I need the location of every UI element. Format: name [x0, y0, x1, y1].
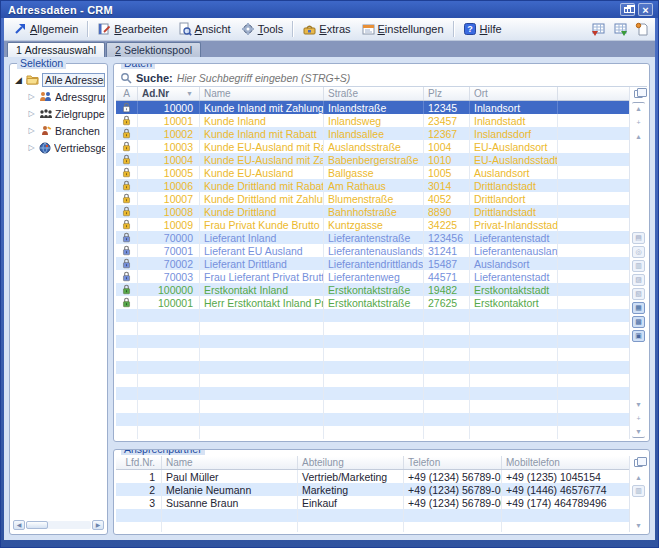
- collapsed-arrow-icon[interactable]: ▷: [27, 109, 36, 118]
- column-header-telefon[interactable]: Telefon: [404, 456, 502, 469]
- scroll-up-icon[interactable]: ▲: [632, 471, 645, 483]
- tab-selektionspool[interactable]: 2Selektionspool: [106, 42, 201, 57]
- collapsed-arrow-icon[interactable]: ▷: [27, 92, 36, 101]
- address-row[interactable]: 70001 Lieferant EU Ausland Lieferantenau…: [116, 244, 629, 257]
- contact-row[interactable]: 2 Melanie Neumann Marketing +49 (1234) 5…: [116, 483, 629, 496]
- new-document-icon[interactable]: [635, 22, 649, 37]
- address-row[interactable]: 10007 Kunde Drittland mit Zahlungskondit…: [116, 192, 629, 205]
- column-header-adnr[interactable]: Ad.Nr▼: [138, 87, 200, 100]
- address-row[interactable]: 10005 Kunde EU-Ausland Ballgasse 1005 Au…: [116, 166, 629, 179]
- menu-hilfe[interactable]: ? Hilfe: [458, 20, 507, 38]
- toolbar-separator: [87, 21, 88, 37]
- close-button[interactable]: ×: [638, 3, 653, 16]
- menu-tools[interactable]: Tools: [236, 20, 289, 38]
- address-row[interactable]: 10003 Kunde EU-Ausland mit Rabatt Auslan…: [116, 140, 629, 153]
- column-header-abteilung[interactable]: Abteilung: [298, 456, 404, 469]
- scroll-page-down-icon[interactable]: +: [632, 412, 645, 424]
- zoom-tool-icon[interactable]: ◎: [632, 246, 645, 258]
- collapsed-arrow-icon[interactable]: ▷: [27, 126, 36, 135]
- tree-item-zielgruppen[interactable]: ▷ Zielgruppen: [14, 105, 105, 122]
- address-row[interactable]: 100001 Herr Erstkontakt Inland Privat Er…: [116, 296, 629, 309]
- address-table: A Ad.Nr▼ Name Straße Plz Ort 10000: [116, 87, 630, 439]
- card-view-icon[interactable]: ▤: [632, 232, 645, 244]
- layout-icon-2[interactable]: ▨: [632, 274, 645, 286]
- selektion-panel-label: Selektion: [17, 57, 66, 69]
- column-header-lfdnr[interactable]: Lfd.Nr.: [116, 456, 162, 469]
- address-row[interactable]: 10008 Kunde Drittland Bahnhofstraße 8890…: [116, 205, 629, 218]
- address-row[interactable]: 10004 Kunde EU-Ausland mit Zahlungskondt…: [116, 153, 629, 166]
- empty-row: [116, 335, 629, 348]
- menu-einstellungen[interactable]: Einstellungen: [356, 20, 449, 38]
- card-view-icon[interactable]: ▥: [632, 485, 645, 497]
- svg-text:?: ?: [467, 24, 473, 34]
- menu-bearbeiten[interactable]: Bearbeiten: [92, 20, 172, 38]
- ansprechpartner-panel-label: Ansprechpartner: [121, 449, 205, 455]
- column-header-name[interactable]: Name: [200, 87, 324, 100]
- sort-descending-icon: ▼: [186, 90, 193, 97]
- scroll-right-icon[interactable]: ▶: [92, 520, 104, 530]
- address-row[interactable]: 10002 Kunde Inland mit Rabatt Inlandsall…: [116, 127, 629, 140]
- address-row[interactable]: 70000 Lieferant Inland Lieferantenstraße…: [116, 231, 629, 244]
- import-grid-icon[interactable]: [613, 22, 629, 37]
- tree-item-alle-adressen[interactable]: ◢ Alle Adressen: [14, 71, 105, 88]
- scroll-up-icon[interactable]: ▲: [632, 130, 645, 142]
- tabstrip: 1Adressauswahl 2Selektionspool: [4, 41, 655, 57]
- address-row[interactable]: 10006 Kunde Drittland mit Rabatt Am Rath…: [116, 179, 629, 192]
- empty-row: [116, 413, 629, 426]
- tree-item-branchen[interactable]: ▷ Branchen: [14, 122, 105, 139]
- grid-mode-icon-1[interactable]: ▦: [632, 302, 645, 314]
- menu-allgemein[interactable]: Allgemein: [8, 20, 83, 38]
- column-header-a[interactable]: A: [116, 87, 138, 100]
- search-input[interactable]: [177, 72, 643, 84]
- column-header-ort[interactable]: Ort: [470, 87, 558, 100]
- address-row[interactable]: 70002 Lieferant Drittland Lieferantendri…: [116, 257, 629, 270]
- scroll-to-bottom-icon[interactable]: ▼: [632, 426, 645, 438]
- grid-mode-icon-2[interactable]: ▩: [632, 316, 645, 328]
- layout-icon-3[interactable]: ▧: [632, 288, 645, 300]
- tree-item-vertriebsgebiete[interactable]: ▷ Vertriebsgebiete: [14, 139, 105, 156]
- export-grid-icon[interactable]: [591, 22, 607, 37]
- lock-icon: [122, 180, 131, 191]
- address-row[interactable]: 10001 Kunde Inland Inlandsweg 23457 Inla…: [116, 114, 629, 127]
- tree-horizontal-scrollbar[interactable]: ◀ ▶: [13, 519, 104, 531]
- empty-row: [116, 522, 629, 532]
- address-row[interactable]: 70003 Frau Lieferant Privat Brutto Liefe…: [116, 270, 629, 283]
- tree-item-adressgruppen[interactable]: ▷ Adressgruppen: [14, 88, 105, 105]
- collapsed-arrow-icon[interactable]: ▷: [27, 143, 36, 152]
- scroll-to-top-icon[interactable]: ▲: [632, 102, 645, 114]
- restore-button[interactable]: [620, 3, 635, 16]
- lock-icon: [122, 232, 131, 243]
- scroll-down-icon[interactable]: ▼: [632, 398, 645, 410]
- column-header-name[interactable]: Name: [162, 456, 298, 469]
- address-row[interactable]: 10000 Kunde Inland mit Zahlungskondition…: [116, 101, 629, 114]
- column-header-mobiltelefon[interactable]: Mobiltelefon: [502, 456, 629, 469]
- scroll-left-icon[interactable]: ◀: [13, 520, 25, 530]
- lock-icon: [122, 193, 131, 204]
- address-row[interactable]: 100000 Erstkontakt Inland Erstkontaktstr…: [116, 283, 629, 296]
- address-row[interactable]: 10009 Frau Privat Kunde Brutto Kuntzgass…: [116, 218, 629, 231]
- contacts-table: Lfd.Nr. Name Abteilung Telefon Mobiltele…: [116, 456, 630, 532]
- grid-side-toolbar: ▲ + ▲ ▤ ◎ ▥ ▨ ▧ ▦ ▩ ▣: [630, 87, 647, 439]
- scroll-down-icon[interactable]: ▼: [632, 519, 645, 531]
- expanded-arrow-icon[interactable]: ◢: [14, 75, 23, 85]
- column-header-strasse[interactable]: Straße: [324, 87, 424, 100]
- settings-window-icon: [361, 22, 375, 36]
- menu-ansicht[interactable]: Ansicht: [173, 20, 236, 38]
- tab-adressauswahl[interactable]: 1Adressauswahl: [7, 42, 105, 57]
- copy-grid-icon[interactable]: [632, 88, 645, 100]
- layout-icon-1[interactable]: ▥: [632, 260, 645, 272]
- menu-extras[interactable]: Extras: [297, 20, 355, 38]
- column-header-plz[interactable]: Plz: [424, 87, 470, 100]
- contact-row[interactable]: 3 Susanne Braun Einkauf +49 (1234) 56789…: [116, 496, 629, 509]
- ansprechpartner-panel: Ansprechpartner Lfd.Nr. Name Abteilung T…: [113, 449, 650, 535]
- lock-icon: [122, 271, 131, 282]
- lock-icon: [122, 102, 131, 113]
- scroll-page-icon[interactable]: +: [632, 116, 645, 128]
- lock-icon: [122, 154, 131, 165]
- grid-mode-icon-3[interactable]: ▣: [632, 330, 645, 342]
- lock-icon: [122, 167, 131, 178]
- contact-row[interactable]: 1 Paul Müller Vertrieb/Marketing +49 (12…: [116, 470, 629, 483]
- copy-grid-icon[interactable]: [632, 457, 645, 469]
- scrollbar-thumb[interactable]: [26, 521, 48, 529]
- empty-row: [116, 509, 629, 522]
